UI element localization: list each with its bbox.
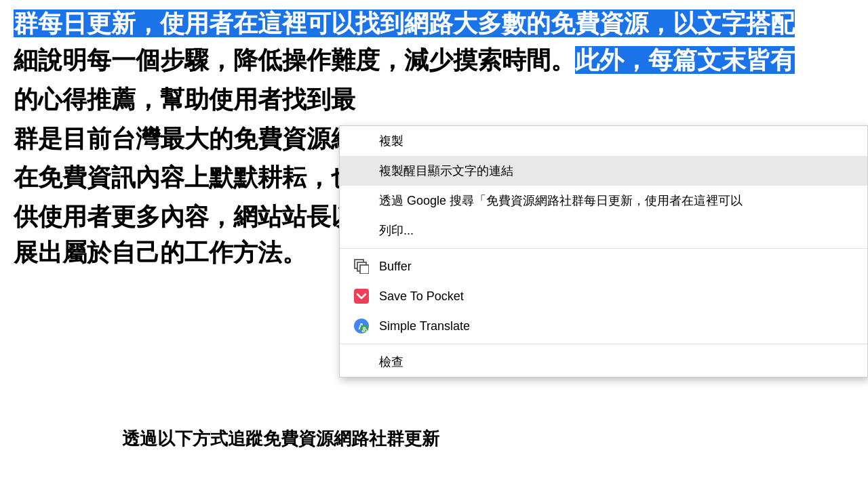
- line3: 的心得推薦，幫助使用者找到最: [14, 80, 854, 119]
- svg-rect-3: [354, 289, 369, 304]
- buffer-icon: [353, 258, 370, 274]
- menu-divider-1: [340, 248, 867, 249]
- menu-label-translate: Simple Translate: [379, 319, 470, 333]
- menu-label-buffer: Buffer: [379, 260, 412, 274]
- menu-label-pocket: Save To Pocket: [379, 289, 464, 304]
- menu-item-google-search[interactable]: 透過 Google 搜尋「免費資源網路社群每日更新，使用者在這裡可以: [340, 186, 867, 216]
- line7: 展出屬於自己的工作方法。: [14, 239, 307, 266]
- menu-label-copy-link: 複製醒目顯示文字的連結: [379, 163, 513, 179]
- line1: 群每日更新，使用者在這裡可以找到網路大多數的免費資源，以文字搭配: [14, 0, 854, 41]
- menu-item-buffer[interactable]: Buffer: [340, 251, 867, 281]
- menu-item-pocket[interactable]: Save To Pocket: [340, 281, 867, 311]
- menu-label-copy: 複製: [379, 133, 403, 149]
- menu-item-copy[interactable]: 複製: [340, 126, 867, 156]
- line1-highlight: 群每日更新，使用者在這裡可以找到網路大多數的免費資源，以文字搭配: [14, 9, 795, 37]
- menu-item-copy-link[interactable]: 複製醒目顯示文字的連結: [340, 156, 867, 186]
- svg-rect-2: [360, 265, 369, 274]
- menu-item-translate[interactable]: A あ Simple Translate: [340, 311, 867, 341]
- line2: 細說明每一個步驟，降低操作難度，減少摸索時間。此外，每篇文末皆有: [14, 41, 854, 80]
- menu-label-inspect: 檢查: [379, 354, 403, 370]
- line2-plain: 細說明每一個步驟，降低操作難度，減少摸索時間。: [14, 46, 575, 74]
- line2-highlight: 此外，每篇文末皆有: [575, 46, 795, 74]
- menu-divider-2: [340, 344, 867, 344]
- pocket-icon: [353, 288, 370, 304]
- menu-label-print: 列印...: [379, 222, 414, 239]
- bottom-text: 透過以下方式追蹤免費資源網路社群更新: [122, 427, 439, 451]
- svg-text:あ: あ: [361, 326, 368, 333]
- translate-icon: A あ: [353, 318, 370, 334]
- menu-item-print[interactable]: 列印...: [340, 216, 867, 245]
- menu-item-inspect[interactable]: 檢查: [340, 347, 867, 377]
- context-menu: 複製 複製醒目顯示文字的連結 透過 Google 搜尋「免費資源網路社群每日更新…: [339, 125, 868, 378]
- menu-label-google-search: 透過 Google 搜尋「免費資源網路社群每日更新，使用者在這裡可以: [379, 192, 743, 209]
